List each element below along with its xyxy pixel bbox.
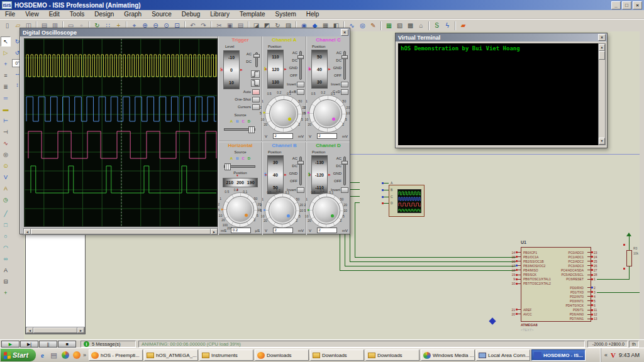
junction-dot-icon[interactable]: + xyxy=(1,59,11,69)
current-probe-icon[interactable]: A xyxy=(1,184,11,194)
taskbar-task[interactable]: Downloads xyxy=(310,349,364,361)
trigger-coupling-slider[interactable] xyxy=(255,52,258,67)
invert-button[interactable] xyxy=(297,82,304,87)
terminal-screen[interactable]: hOS Demonstration by Bui Viet Hoang xyxy=(398,43,598,145)
2d-circle-icon[interactable]: ○ xyxy=(1,231,11,241)
channel-position-display[interactable]: 110120130 ◄► xyxy=(267,50,284,89)
quicklaunch-firefox-icon[interactable] xyxy=(72,351,81,360)
voltage-probe-icon[interactable]: V xyxy=(1,172,11,182)
minimize-icon[interactable]: _ xyxy=(611,1,621,9)
2d-box-icon[interactable]: □ xyxy=(1,220,11,230)
menu-item[interactable]: View xyxy=(20,11,44,18)
step-button[interactable]: ▶| xyxy=(20,341,38,348)
terminal-window-titlebar[interactable]: Virtual Terminal × xyxy=(396,33,607,41)
2d-arc-icon[interactable]: ◠ xyxy=(1,243,11,253)
generator-mode-icon[interactable]: ⊙ xyxy=(1,161,11,171)
trigger-level-display[interactable]: -10010 ◄► xyxy=(223,50,240,89)
menu-item[interactable]: Template xyxy=(235,11,270,18)
trigger-rising-edge-button[interactable] xyxy=(251,70,260,78)
auto-button[interactable] xyxy=(252,89,260,95)
search-tag-icon[interactable]: ◎ xyxy=(357,21,368,31)
sum-button[interactable] xyxy=(297,89,304,95)
tray-chevron-icon[interactable]: « xyxy=(604,352,608,358)
channel-adjust-arrows[interactable]: ▲▼ xyxy=(307,172,311,177)
maximize-icon[interactable]: □ xyxy=(622,1,631,9)
start-button[interactable]: Start xyxy=(1,349,36,361)
invert-button[interactable] xyxy=(341,82,348,87)
close-icon[interactable]: × xyxy=(598,34,606,41)
oscilloscope-hscrollbar[interactable]: ◄ ► xyxy=(23,228,218,235)
scroll-right-icon[interactable]: ► xyxy=(211,229,218,234)
text-script-icon[interactable]: ≣ xyxy=(1,82,11,92)
taskbar-task[interactable]: Windows Media ... xyxy=(421,349,475,361)
scroll-thumb[interactable] xyxy=(31,229,211,234)
gain-knob[interactable]: 0.50.20.1125102050201052 ► xyxy=(309,95,347,133)
gain-knob[interactable]: 0.50.20.1125102050201052 ► xyxy=(265,95,303,133)
close-icon[interactable]: × xyxy=(633,1,642,9)
mcu-u1[interactable]: U1 14PB0/ICP115PB1/OC1A16PB2/SS/OC1B17PB… xyxy=(503,239,644,340)
gain-value-field[interactable]: 2 xyxy=(317,133,337,139)
channel-adjust-arrows[interactable]: ▲▼ xyxy=(307,66,311,71)
menu-item[interactable]: File xyxy=(0,11,20,18)
menu-item[interactable]: Tools xyxy=(65,11,89,18)
sum-button[interactable] xyxy=(341,89,348,95)
component-mode-icon[interactable]: ▷ xyxy=(1,48,11,58)
debug-icon[interactable]: ϟ xyxy=(442,21,453,31)
menu-item[interactable]: Source xyxy=(147,11,177,18)
close-icon[interactable]: × xyxy=(341,29,348,36)
bus-icon[interactable]: ═ xyxy=(1,93,11,103)
coupling-slider[interactable] xyxy=(299,51,302,80)
trigger-falling-edge-button[interactable] xyxy=(251,79,260,87)
stop-button[interactable]: ■ xyxy=(58,341,76,348)
new-design-icon[interactable]: ▯ xyxy=(2,21,13,31)
gain-value-field[interactable]: 2 xyxy=(273,228,293,233)
wire-label-icon[interactable]: ≡ xyxy=(1,70,11,80)
tray-antivirus-icon[interactable]: V xyxy=(611,351,616,359)
terminal-scrollbar[interactable]: ▲ ▼ xyxy=(598,43,606,145)
subcircuit-icon[interactable]: ▬ xyxy=(1,104,11,114)
panel-hscrollbar[interactable]: ◄ ► xyxy=(26,327,85,334)
pause-button[interactable]: || xyxy=(39,341,57,348)
taskbar-task[interactable]: HOSDEMO - IS... xyxy=(531,349,586,361)
2d-text-icon[interactable]: A xyxy=(1,265,11,275)
terminal-mode-icon[interactable]: ⊢ xyxy=(1,116,11,126)
2d-path-icon[interactable]: ∞ xyxy=(1,254,11,264)
property-assignment-icon[interactable]: ✎ xyxy=(368,21,379,31)
coupling-slider[interactable] xyxy=(343,156,346,185)
object-selector-panel[interactable]: ◄ ► xyxy=(25,234,86,334)
2d-symbol-icon[interactable]: ⊟ xyxy=(1,277,11,287)
scroll-up-icon[interactable]: ▲ xyxy=(599,44,605,51)
taskbar-task[interactable]: hOS_ATMEGA_... xyxy=(144,349,198,361)
gain-knob[interactable]: 0.50.20.1125102050201052 ► xyxy=(265,193,300,228)
invert-button[interactable] xyxy=(341,187,348,193)
scroll-left-icon[interactable]: ◄ xyxy=(26,327,33,333)
oscilloscope-window-titlebar[interactable]: Digital Oscilloscope × xyxy=(20,28,350,36)
gain-knob[interactable]: 0.50.20.1125102050201052 ► xyxy=(309,193,344,228)
taskbar-task[interactable]: Local Area Conn... xyxy=(476,349,530,361)
channel-adjust-arrows[interactable]: ▲▼ xyxy=(263,172,267,177)
timebase-knob[interactable]: 0.50.20.1125102050201052100200 ► xyxy=(223,192,258,228)
taskbar-task[interactable]: Instruments xyxy=(199,349,253,361)
message-cell[interactable]: i 5 Message(s) xyxy=(80,341,136,348)
menu-item[interactable]: Graph xyxy=(119,11,147,18)
menu-item[interactable]: Debug xyxy=(177,11,205,18)
ares-netlist-icon[interactable]: ▰ xyxy=(458,21,469,31)
trigger-source-slider[interactable] xyxy=(224,128,255,131)
timebase-value-field[interactable]: 0.2 xyxy=(231,228,251,233)
trigger-adjust-arrows[interactable]: ▲▼ xyxy=(219,67,223,72)
taskbar-task[interactable]: Downloads xyxy=(365,349,419,361)
virtual-instruments-icon[interactable]: ◷ xyxy=(1,195,11,205)
quicklaunch-ie-icon[interactable]: e xyxy=(38,351,47,360)
design-explorer-icon[interactable]: ▦ xyxy=(384,21,394,31)
horizontal-source-slider[interactable] xyxy=(224,165,255,168)
quicklaunch-desktop-icon[interactable]: ▤ xyxy=(49,351,58,360)
remove-sheet-icon[interactable]: ▩ xyxy=(405,21,416,31)
coupling-slider[interactable] xyxy=(343,51,346,80)
play-button[interactable]: ▶ xyxy=(1,341,19,348)
scroll-thumb[interactable] xyxy=(33,327,77,333)
selection-mode-icon[interactable]: ↖ xyxy=(1,36,11,47)
taskbar-task[interactable]: hOS - Preempti... xyxy=(89,349,143,361)
gain-value-field[interactable]: 2 xyxy=(273,133,293,139)
graph-mode-icon[interactable]: ∿ xyxy=(1,138,11,148)
new-sheet-icon[interactable]: ▧ xyxy=(394,21,405,31)
